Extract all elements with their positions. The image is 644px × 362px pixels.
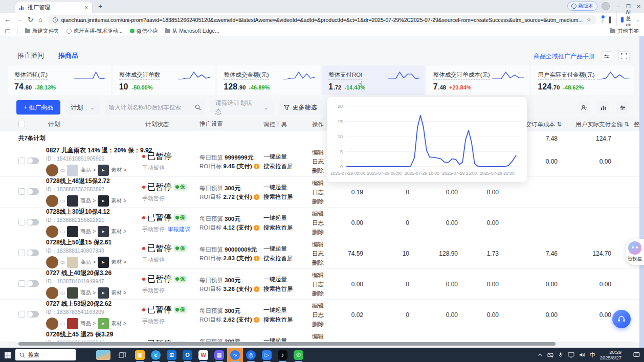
log-link[interactable]: 日志 <box>312 249 338 258</box>
new-version-badge[interactable]: ↑新版本 <box>567 2 597 11</box>
metric-card-cost[interactable]: 整体消耗(元) 74.80-38.13% <box>8 65 111 95</box>
plan-title[interactable]: 0728线上30退10保4.12 <box>46 208 135 216</box>
one-click-boost-link[interactable]: 一键起量 <box>263 336 308 342</box>
taskbar-app-douyin[interactable]: ♪ <box>275 348 291 362</box>
ime-indicator[interactable]: 中 <box>590 351 595 359</box>
search-top-screen-link[interactable]: 搜索抢首屏 <box>263 284 308 294</box>
notification-icon[interactable] <box>633 352 640 358</box>
start-button[interactable] <box>0 352 15 358</box>
taskbar-app-app-purple[interactable]: ▦ <box>211 348 227 362</box>
new-tab-button[interactable]: + <box>98 2 102 10</box>
extension-icon[interactable] <box>602 16 604 24</box>
product-thumbnail[interactable] <box>67 165 78 176</box>
metric-card-gmv[interactable]: 整体成交金额(元) 128.90-46.89% <box>217 65 320 95</box>
tab-close-icon[interactable]: × <box>84 4 88 11</box>
taskbar-app-edge-browser[interactable]: e <box>148 348 164 362</box>
reload-icon[interactable]: ↻ <box>28 16 33 24</box>
log-link[interactable]: 日志 <box>312 280 338 289</box>
scrollbar-thumb[interactable] <box>18 342 556 346</box>
material-thumbnail[interactable]: ▶ <box>98 318 109 329</box>
row-checkbox[interactable] <box>18 311 25 318</box>
material-link[interactable]: 素材 > <box>111 197 126 205</box>
row-checkbox[interactable] <box>18 250 25 256</box>
one-click-boost-link[interactable]: 一键起量 <box>263 305 308 315</box>
product-thumbnail[interactable] <box>67 226 78 237</box>
plan-status-select[interactable]: 请筛选计划状态⌄ <box>210 100 274 115</box>
window-minimize-button[interactable]: – <box>617 4 620 9</box>
material-thumbnail[interactable]: ▶ <box>98 257 109 268</box>
more-filters-button[interactable]: 更多筛选 <box>279 100 322 115</box>
url-field[interactable]: qianchuan.jinritemai.com/uni-prom?aavid=… <box>48 15 596 25</box>
side-panel-icon[interactable] <box>5 29 10 33</box>
forward-icon[interactable]: → <box>16 16 23 24</box>
col-header-user-pay-sort[interactable]: 用户实际支付金额 ⇅ <box>573 121 632 128</box>
bookmark-item[interactable]: 虎牙直播-技术驱动... <box>66 28 123 35</box>
metric-settings-button[interactable] <box>601 51 612 61</box>
browser-tab[interactable]: 推广管理 × <box>15 2 92 13</box>
material-link[interactable]: 素材 > <box>111 228 126 235</box>
plan-title[interactable]: 0726线上45 退25 保3.29 <box>46 330 135 339</box>
chart-columns-icon[interactable] <box>597 101 609 114</box>
delete-link[interactable]: 删除 <box>312 197 338 206</box>
goods-link[interactable]: 商品 > <box>80 320 96 327</box>
plan-title[interactable]: 0727 线上40退20保3.26 <box>46 269 135 278</box>
delete-link[interactable]: 删除 <box>312 228 338 237</box>
bookmark-item[interactable]: 微信小店 <box>130 28 158 35</box>
plan-title[interactable]: 0727 线上53退20保2.62 <box>46 300 135 308</box>
taskbar-app-outlook[interactable]: O <box>180 348 195 362</box>
assistant-widget[interactable]: 智投星 <box>626 239 644 265</box>
plan-search-input[interactable] <box>109 104 192 110</box>
tab-promote-liveroom[interactable]: 推直播间 <box>17 51 44 60</box>
material-thumbnail[interactable]: ▶ <box>98 287 109 299</box>
row-checkbox[interactable] <box>18 219 25 225</box>
fullscreen-button[interactable] <box>618 51 630 61</box>
touchpad-off-icon[interactable] <box>547 352 553 358</box>
taskbar-clock[interactable]: 20:292025/8/27 <box>600 349 621 360</box>
custom-audience-icon[interactable] <box>578 101 590 114</box>
edit-link[interactable]: 编辑 <box>312 332 338 341</box>
plan-type-select[interactable]: 计划⌄ <box>65 100 99 115</box>
browser-profile-avatar[interactable] <box>602 2 610 10</box>
taskbar-app-file-explorer[interactable]: ▣ <box>132 348 148 362</box>
delete-link[interactable]: 删除 <box>312 289 338 298</box>
plan-search-box[interactable] <box>105 100 205 115</box>
widgets-button[interactable] <box>96 350 110 360</box>
select-all-checkbox[interactable] <box>18 121 25 127</box>
taskbar-app-app-blue-circle[interactable]: ◎ <box>243 348 259 362</box>
row-checkbox[interactable] <box>18 280 25 287</box>
row-toggle[interactable] <box>27 311 39 318</box>
row-toggle[interactable] <box>27 280 39 287</box>
promote-product-button[interactable]: + 推广商品 <box>16 100 60 115</box>
page-scrollbar[interactable] <box>639 36 644 348</box>
one-click-boost-link[interactable]: 一键起量 <box>263 213 308 223</box>
material-link[interactable]: 素材 > <box>111 289 126 297</box>
plan-title[interactable]: 0827 儿童雨衣 14% 退：20% 保：9.92 <box>46 146 135 155</box>
search-top-screen-link[interactable]: 搜索抢首屏 <box>263 254 308 263</box>
row-toggle[interactable] <box>27 157 39 164</box>
material-link[interactable]: 素材 > <box>111 259 126 266</box>
goods-link[interactable]: 商品 > <box>80 228 96 235</box>
tray-expand-icon[interactable] <box>538 352 543 357</box>
extension-icon-2[interactable] <box>609 16 611 24</box>
log-link[interactable]: 日志 <box>312 218 338 228</box>
taskbar-app-wechat-green[interactable]: ✆ <box>291 348 306 362</box>
product-thumbnail[interactable] <box>67 318 78 329</box>
window-maximize-button[interactable]: ❐ <box>626 4 631 9</box>
bookmark-star-icon[interactable]: ☆ <box>586 16 591 23</box>
metric-card-user-pay[interactable]: 用户实际支付金额(元) 124.70-48.62% <box>531 65 634 95</box>
bookmark-item[interactable]: 新建文件夹 <box>25 28 59 35</box>
edit-link[interactable]: 编辑 <box>312 240 338 249</box>
search-top-screen-link[interactable]: 搜索抢首屏 <box>263 162 308 171</box>
taskbar-app-microsoft-store[interactable]: ⊞ <box>164 348 180 362</box>
edit-link[interactable]: 编辑 <box>312 270 338 280</box>
row-toggle[interactable] <box>27 250 39 256</box>
row-checkbox[interactable] <box>18 157 25 164</box>
home-icon[interactable]: ⌂ <box>38 16 42 24</box>
material-link[interactable]: 素材 > <box>111 320 126 327</box>
material-thumbnail[interactable]: ▶ <box>98 165 109 176</box>
log-link[interactable]: 日志 <box>312 188 338 197</box>
material-link[interactable]: 素材 > <box>111 167 126 174</box>
material-thumbnail[interactable]: ▶ <box>98 226 109 237</box>
taskbar-search-box[interactable]: 搜索 <box>15 349 76 360</box>
metric-card-roi[interactable]: 整体支付ROI 1.72-14.43% <box>322 65 425 95</box>
